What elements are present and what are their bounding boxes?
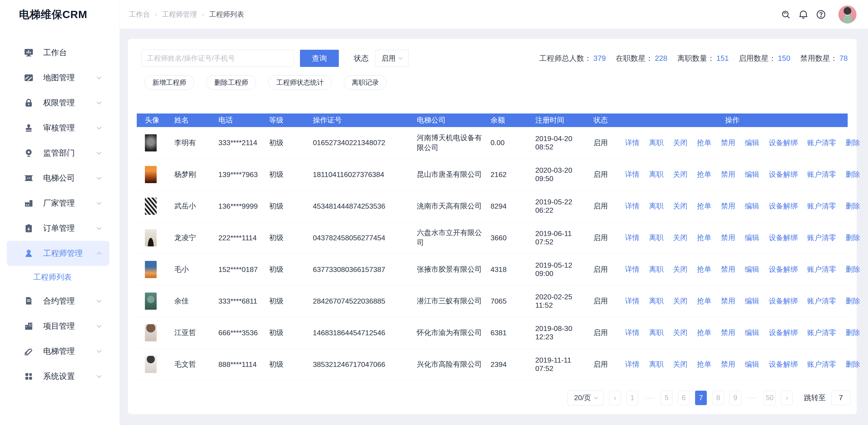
- resign-link[interactable]: 离职: [649, 328, 663, 338]
- edit-link[interactable]: 编辑: [745, 265, 759, 274]
- close-link[interactable]: 关闭: [673, 296, 687, 306]
- next-page-button[interactable]: ›: [781, 391, 793, 405]
- sidebar-item-elevator-company[interactable]: 电梯公司: [7, 165, 110, 190]
- unbind-device-link[interactable]: 设备解绑: [769, 170, 798, 180]
- page-button-6[interactable]: 6: [678, 391, 690, 405]
- edit-link[interactable]: 编辑: [745, 328, 759, 338]
- clear-account-link[interactable]: 账户清零: [807, 170, 836, 180]
- resign-link[interactable]: 离职: [649, 265, 663, 274]
- clear-account-link[interactable]: 账户清零: [807, 359, 836, 369]
- close-link[interactable]: 关闭: [673, 265, 687, 274]
- bell-icon[interactable]: [798, 9, 809, 20]
- disable-link[interactable]: 禁用: [721, 296, 735, 306]
- delete-link[interactable]: 删除: [846, 296, 860, 306]
- disable-link[interactable]: 禁用: [721, 359, 735, 369]
- disable-link[interactable]: 禁用: [721, 233, 735, 243]
- edit-link[interactable]: 编辑: [745, 359, 759, 369]
- unbind-device-link[interactable]: 设备解绑: [769, 201, 798, 211]
- edit-link[interactable]: 编辑: [745, 138, 759, 148]
- detail-link[interactable]: 详情: [625, 265, 640, 274]
- close-link[interactable]: 关闭: [673, 170, 687, 180]
- grab-order-link[interactable]: 抢单: [697, 296, 711, 306]
- sidebar-item-system-settings[interactable]: 系统设置: [7, 364, 110, 389]
- grab-order-link[interactable]: 抢单: [697, 201, 711, 211]
- delete-link[interactable]: 删除: [846, 265, 860, 274]
- sidebar-item-audit-management[interactable]: 审核管理: [7, 115, 110, 141]
- sidebar-item-elevator-management[interactable]: 电梯管理: [7, 339, 110, 364]
- delete-engineer-button[interactable]: 删除工程师: [206, 75, 256, 90]
- clear-account-link[interactable]: 账户清零: [807, 296, 836, 306]
- unbind-device-link[interactable]: 设备解绑: [769, 296, 798, 306]
- query-button[interactable]: 查询: [300, 50, 339, 67]
- clear-account-link[interactable]: 账户清零: [807, 265, 836, 274]
- delete-link[interactable]: 删除: [846, 170, 860, 180]
- disable-link[interactable]: 禁用: [721, 170, 735, 180]
- resign-link[interactable]: 离职: [649, 296, 663, 306]
- close-link[interactable]: 关闭: [673, 233, 687, 243]
- detail-link[interactable]: 详情: [625, 328, 640, 338]
- resign-link[interactable]: 离职: [649, 170, 663, 180]
- delete-link[interactable]: 删除: [846, 359, 860, 369]
- delete-link[interactable]: 删除: [846, 233, 860, 243]
- grab-order-link[interactable]: 抢单: [697, 170, 711, 180]
- breadcrumb-item[interactable]: 工作台: [129, 10, 150, 19]
- unbind-device-link[interactable]: 设备解绑: [769, 328, 798, 338]
- sidebar-item-permission-management[interactable]: 权限管理: [7, 90, 110, 115]
- close-link[interactable]: 关闭: [673, 201, 687, 211]
- prev-page-button[interactable]: ‹: [609, 391, 621, 405]
- detail-link[interactable]: 详情: [625, 296, 640, 306]
- sidebar-item-map-management[interactable]: 地图管理: [7, 65, 110, 90]
- search-icon[interactable]: [780, 9, 791, 20]
- resign-link[interactable]: 离职: [649, 201, 663, 211]
- jump-to-input[interactable]: [831, 391, 850, 405]
- help-icon[interactable]: [816, 9, 826, 20]
- edit-link[interactable]: 编辑: [745, 170, 759, 180]
- page-button-50[interactable]: 50: [764, 391, 776, 405]
- disable-link[interactable]: 禁用: [721, 138, 735, 148]
- delete-link[interactable]: 删除: [846, 328, 860, 338]
- detail-link[interactable]: 详情: [625, 359, 640, 369]
- clear-account-link[interactable]: 账户清零: [807, 138, 836, 148]
- clear-account-link[interactable]: 账户清零: [807, 233, 836, 243]
- disable-link[interactable]: 禁用: [721, 265, 735, 274]
- sidebar-item-workbench[interactable]: 工作台: [7, 40, 110, 65]
- page-button-5[interactable]: 5: [661, 391, 673, 405]
- close-link[interactable]: 关闭: [673, 328, 687, 338]
- search-input[interactable]: [141, 50, 293, 67]
- resignation-records-button[interactable]: 离职记录: [344, 75, 387, 90]
- page-button-8[interactable]: 8: [712, 391, 724, 405]
- detail-link[interactable]: 详情: [625, 233, 640, 243]
- page-size-select[interactable]: 20/页: [567, 390, 604, 405]
- user-avatar[interactable]: [838, 5, 857, 24]
- sidebar-item-engineer-management[interactable]: 工程师管理: [7, 241, 110, 266]
- page-button-7[interactable]: 7: [695, 391, 707, 405]
- unbind-device-link[interactable]: 设备解绑: [769, 359, 798, 369]
- grab-order-link[interactable]: 抢单: [697, 359, 711, 369]
- unbind-device-link[interactable]: 设备解绑: [769, 233, 798, 243]
- detail-link[interactable]: 详情: [625, 138, 640, 148]
- grab-order-link[interactable]: 抢单: [697, 233, 711, 243]
- resign-link[interactable]: 离职: [649, 233, 663, 243]
- detail-link[interactable]: 详情: [625, 170, 640, 180]
- sidebar-item-manufacturer-management[interactable]: 厂家管理: [7, 190, 110, 216]
- sidebar-item-contract-management[interactable]: 合约管理: [7, 289, 110, 313]
- status-select[interactable]: 启用: [375, 50, 408, 67]
- sidebar-item-project-management[interactable]: 项目管理: [7, 313, 110, 339]
- page-button-9[interactable]: 9: [730, 391, 741, 405]
- disable-link[interactable]: 禁用: [721, 201, 735, 211]
- detail-link[interactable]: 详情: [625, 201, 640, 211]
- clear-account-link[interactable]: 账户清零: [807, 201, 836, 211]
- sidebar-subitem-engineer-list[interactable]: 工程师列表: [0, 266, 120, 289]
- close-link[interactable]: 关闭: [673, 138, 687, 148]
- close-link[interactable]: 关闭: [673, 359, 687, 369]
- add-engineer-button[interactable]: 新增工程师: [145, 75, 194, 90]
- engineer-status-stats-button[interactable]: 工程师状态统计: [268, 75, 332, 90]
- edit-link[interactable]: 编辑: [745, 233, 759, 243]
- resign-link[interactable]: 离职: [649, 138, 663, 148]
- edit-link[interactable]: 编辑: [745, 296, 759, 306]
- unbind-device-link[interactable]: 设备解绑: [769, 265, 798, 274]
- grab-order-link[interactable]: 抢单: [697, 138, 711, 148]
- delete-link[interactable]: 删除: [846, 138, 860, 148]
- disable-link[interactable]: 禁用: [721, 328, 735, 338]
- clear-account-link[interactable]: 账户清零: [807, 328, 836, 338]
